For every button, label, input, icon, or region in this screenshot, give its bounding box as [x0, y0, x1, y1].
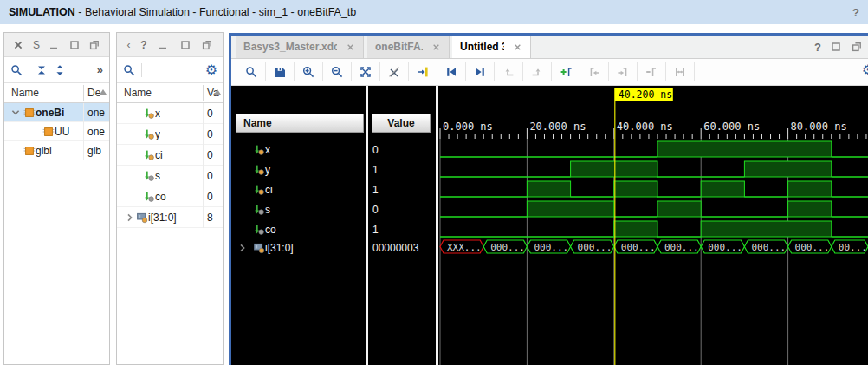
- maximize-icon[interactable]: [830, 41, 842, 53]
- zoom-to-cursor-icon[interactable]: [380, 62, 409, 81]
- svg-text:000...: 000...: [578, 242, 612, 253]
- overflow-icon[interactable]: »: [97, 66, 103, 75]
- svg-text:00...: 00...: [839, 242, 867, 253]
- simulation-header-subtitle: - Behavioral Simulation - Functional - s…: [75, 6, 356, 18]
- go-to-time-0-icon[interactable]: [437, 62, 466, 81]
- object-name: y: [155, 128, 160, 140]
- chevron-down-icon[interactable]: [10, 107, 22, 119]
- chevron-right-icon[interactable]: [124, 212, 136, 224]
- scope-panel-titlebar: S: [4, 33, 109, 57]
- signal-icon: [143, 191, 155, 203]
- add-marker-icon[interactable]: [552, 62, 580, 81]
- scope-tree: oneBioneUUoneglblglb: [4, 103, 109, 160]
- delete-marker-icon[interactable]: [638, 62, 666, 81]
- help-icon[interactable]: ?: [140, 39, 146, 51]
- svg-text:000...: 000...: [621, 242, 656, 253]
- wave-toolbar: ⚙: [231, 59, 868, 86]
- maximize-icon[interactable]: [179, 39, 191, 51]
- float-icon[interactable]: [851, 41, 863, 53]
- next-transition-icon[interactable]: [523, 62, 552, 81]
- search-icon[interactable]: [123, 64, 135, 76]
- waveform-area: Name Value xyciscoi[31:0] 0110100000003 …: [231, 86, 868, 365]
- object-value: 0: [207, 128, 213, 140]
- scrollbar-up-arrow[interactable]: [100, 89, 107, 95]
- scope-name: glbl: [36, 145, 52, 157]
- scope-panel-toolbar: »: [4, 57, 109, 83]
- wave-window: Basys3_Master.xdconeBitFA.vUntitled 3 ? …: [229, 33, 868, 365]
- objects-row[interactable]: co0: [117, 186, 223, 207]
- expand-all-icon[interactable]: [54, 64, 66, 76]
- settings-gear-icon[interactable]: ⚙: [205, 63, 217, 77]
- objects-row[interactable]: y0: [117, 124, 223, 145]
- go-to-cursor-icon[interactable]: [409, 62, 437, 81]
- tab-close-icon[interactable]: [346, 42, 355, 52]
- wave-signal-name-row[interactable]: co: [236, 223, 366, 237]
- wave-signal-name-row[interactable]: i[31:0]: [236, 241, 366, 255]
- wave-name-column-header[interactable]: Name: [236, 114, 364, 133]
- column-splitter[interactable]: [366, 86, 368, 365]
- toolbar-separator: [29, 63, 29, 77]
- window-border-left: [229, 33, 231, 365]
- wave-signal-name-row[interactable]: s: [236, 203, 366, 217]
- wave-signal-name: co: [265, 224, 276, 236]
- zoom-out-icon[interactable]: [323, 62, 352, 81]
- scope-column-header: Name De: [4, 83, 109, 103]
- simulation-header-title: SIMULATION: [9, 6, 75, 18]
- tab-label: Untitled 3: [460, 41, 504, 53]
- object-value: 0: [207, 191, 213, 203]
- scope-name: UU: [55, 126, 69, 138]
- tab-close-icon[interactable]: [513, 42, 522, 52]
- search-icon[interactable]: [237, 62, 266, 81]
- go-to-time-end-icon[interactable]: [466, 62, 495, 81]
- minimize-icon[interactable]: [157, 39, 169, 51]
- previous-marker-icon[interactable]: [580, 62, 609, 81]
- objects-row[interactable]: s0: [117, 166, 223, 186]
- wave-signal-name-row[interactable]: y: [236, 163, 366, 177]
- scope-tree-row[interactable]: UUone: [4, 122, 109, 141]
- chevron-right-icon[interactable]: [236, 242, 249, 254]
- wave-signal-name-row[interactable]: ci: [236, 183, 366, 197]
- objects-column-name[interactable]: Name: [124, 87, 152, 99]
- bus-signal-icon: [253, 242, 265, 254]
- next-marker-icon[interactable]: [609, 62, 638, 81]
- float-icon[interactable]: [88, 39, 100, 51]
- minimize-icon[interactable]: [48, 39, 60, 51]
- editor-tab-onebitfa-v[interactable]: oneBitFA.v: [367, 36, 450, 58]
- help-icon[interactable]: ?: [814, 41, 821, 54]
- object-name: x: [155, 108, 160, 120]
- scope-tree-row[interactable]: oneBione: [4, 103, 109, 122]
- previous-transition-icon[interactable]: [495, 62, 523, 81]
- waveform-canvas[interactable]: 0.000 ns20.000 ns40.000 ns60.000 ns80.00…: [438, 86, 868, 365]
- objects-row[interactable]: x0: [117, 103, 223, 124]
- module-chip-icon: [42, 126, 55, 138]
- editor-tab-basys3-master-xdc[interactable]: Basys3_Master.xdc: [236, 36, 364, 58]
- scope-name: oneBi: [36, 107, 64, 119]
- tab-close-icon[interactable]: [431, 42, 441, 52]
- svg-text:000...: 000...: [751, 242, 786, 253]
- zoom-fit-icon[interactable]: [352, 62, 380, 81]
- scope-tab-label[interactable]: S: [33, 39, 40, 51]
- bus-signal-icon: [136, 212, 148, 224]
- close-icon[interactable]: [12, 39, 24, 51]
- scope-tree-row[interactable]: glblglb: [4, 141, 109, 160]
- help-icon[interactable]: ?: [852, 6, 859, 19]
- swap-cursors-icon[interactable]: [666, 62, 695, 81]
- settings-gear-icon[interactable]: ⚙: [862, 63, 868, 77]
- wave-value-column-header[interactable]: Value: [372, 114, 431, 133]
- scrollbar-up-arrow[interactable]: [214, 89, 221, 95]
- maximize-icon[interactable]: [68, 39, 81, 51]
- objects-row[interactable]: i[31:0]8: [117, 207, 223, 228]
- wave-signal-name-row[interactable]: x: [236, 143, 366, 157]
- wave-signal-value: 1: [372, 184, 435, 198]
- scope-column-name[interactable]: Name: [11, 87, 39, 99]
- scroll-left-icon[interactable]: ‹: [127, 39, 131, 51]
- collapse-all-icon[interactable]: [36, 64, 48, 76]
- float-icon[interactable]: [201, 39, 213, 51]
- search-icon[interactable]: [10, 64, 23, 76]
- objects-panel-titlebar: ‹ ?: [117, 33, 223, 57]
- zoom-in-icon[interactable]: [295, 62, 323, 81]
- wave-signal-value: 0: [372, 144, 435, 158]
- editor-tab-untitled-3[interactable]: Untitled 3: [452, 36, 531, 58]
- objects-row[interactable]: ci0: [117, 145, 223, 166]
- save-icon[interactable]: [266, 62, 295, 81]
